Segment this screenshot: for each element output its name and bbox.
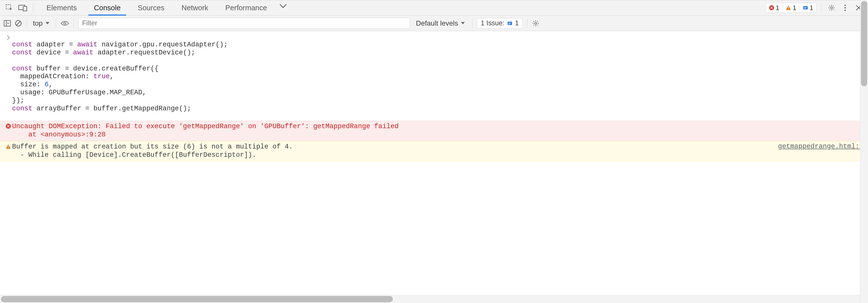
warning-source-link[interactable]: getmappedrange.html:1 — [773, 143, 864, 150]
live-expression-icon[interactable] — [61, 20, 69, 26]
issues-count: 1 — [515, 19, 519, 27]
warning-icon — [4, 143, 12, 149]
separator — [73, 19, 74, 28]
console-error-row[interactable]: Uncaught DOMException: Failed to execute… — [0, 121, 868, 141]
info-icon — [803, 5, 808, 10]
svg-point-17 — [64, 22, 66, 24]
svg-point-11 — [844, 7, 846, 8]
separator — [56, 19, 56, 28]
more-tabs-icon[interactable] — [276, 0, 290, 12]
error-icon — [4, 123, 12, 129]
svg-point-10 — [844, 4, 846, 6]
warnings-badge[interactable]: 1 — [782, 3, 799, 12]
svg-rect-8 — [804, 8, 806, 9]
panel-tabs: Elements Console Sources Network Perform… — [38, 0, 290, 15]
settings-icon[interactable] — [826, 2, 837, 13]
status-badges[interactable]: 1 1 1 — [766, 3, 816, 13]
svg-point-21 — [535, 22, 537, 24]
info-icon — [507, 21, 513, 26]
svg-point-9 — [831, 7, 833, 9]
separator — [472, 19, 472, 28]
tab-sources[interactable]: Sources — [129, 0, 173, 15]
info-count: 1 — [810, 4, 813, 12]
warning-text: Buffer is mapped at creation but its siz… — [12, 143, 773, 159]
svg-rect-6 — [803, 6, 808, 9]
warning-icon — [786, 5, 791, 10]
clear-console-icon[interactable] — [14, 20, 22, 27]
tab-label: Performance — [225, 4, 267, 12]
tab-elements[interactable]: Elements — [38, 0, 85, 15]
separator — [33, 3, 33, 12]
tab-label: Sources — [137, 4, 164, 12]
execution-context-select[interactable]: top — [31, 19, 51, 27]
tab-label: Network — [182, 4, 208, 12]
chevron-down-icon — [461, 22, 465, 25]
tab-label: Elements — [46, 4, 77, 12]
devtools-tabbar: Elements Console Sources Network Perform… — [0, 0, 868, 15]
tab-label: Console — [94, 4, 121, 12]
device-toolbar-icon[interactable] — [17, 2, 29, 13]
kebab-menu-icon[interactable] — [839, 2, 851, 13]
svg-rect-2 — [23, 6, 27, 11]
separator — [27, 19, 27, 28]
tab-console[interactable]: Console — [85, 0, 129, 15]
errors-count: 1 — [776, 4, 779, 12]
svg-rect-7 — [804, 7, 807, 8]
error-icon — [769, 5, 774, 10]
console-output: const adapter = await navigator.gpu.requ… — [0, 31, 868, 171]
console-toolbar: top Default levels 1 Issue: 1 — [0, 15, 868, 31]
svg-rect-4 — [788, 7, 788, 8]
console-input-row[interactable]: const adapter = await navigator.gpu.requ… — [0, 34, 868, 121]
user-code: const adapter = await navigator.gpu.requ… — [12, 41, 228, 113]
context-label: top — [33, 19, 43, 27]
svg-rect-19 — [508, 23, 511, 23]
info-badge[interactable]: 1 — [800, 3, 816, 12]
tab-performance[interactable]: Performance — [217, 0, 276, 15]
scrollbar-thumb[interactable] — [861, 1, 867, 86]
svg-rect-20 — [508, 24, 510, 24]
tab-network[interactable]: Network — [173, 0, 217, 15]
warnings-count: 1 — [793, 4, 796, 12]
svg-rect-23 — [8, 145, 8, 147]
filter-input[interactable] — [79, 18, 410, 29]
console-warning-row[interactable]: Buffer is mapped at creation but its siz… — [0, 141, 868, 162]
issues-button[interactable]: 1 Issue: 1 — [477, 18, 523, 29]
svg-rect-18 — [507, 22, 512, 25]
prompt-chevron-icon — [4, 34, 12, 120]
svg-rect-5 — [788, 9, 788, 9]
svg-line-16 — [17, 21, 20, 25]
issues-label: 1 Issue: — [481, 19, 504, 27]
svg-rect-24 — [8, 147, 8, 148]
vertical-scrollbar[interactable] — [860, 0, 868, 171]
errors-badge[interactable]: 1 — [766, 3, 782, 12]
error-text: Uncaught DOMException: Failed to execute… — [12, 123, 864, 139]
log-levels-select[interactable]: Default levels — [413, 19, 468, 27]
svg-point-12 — [844, 9, 846, 11]
levels-label: Default levels — [416, 19, 458, 27]
console-settings-icon[interactable] — [532, 20, 539, 27]
svg-rect-13 — [4, 20, 10, 26]
chevron-down-icon — [45, 22, 50, 25]
toggle-sidebar-icon[interactable] — [3, 20, 11, 27]
inspect-element-icon[interactable] — [3, 2, 15, 13]
